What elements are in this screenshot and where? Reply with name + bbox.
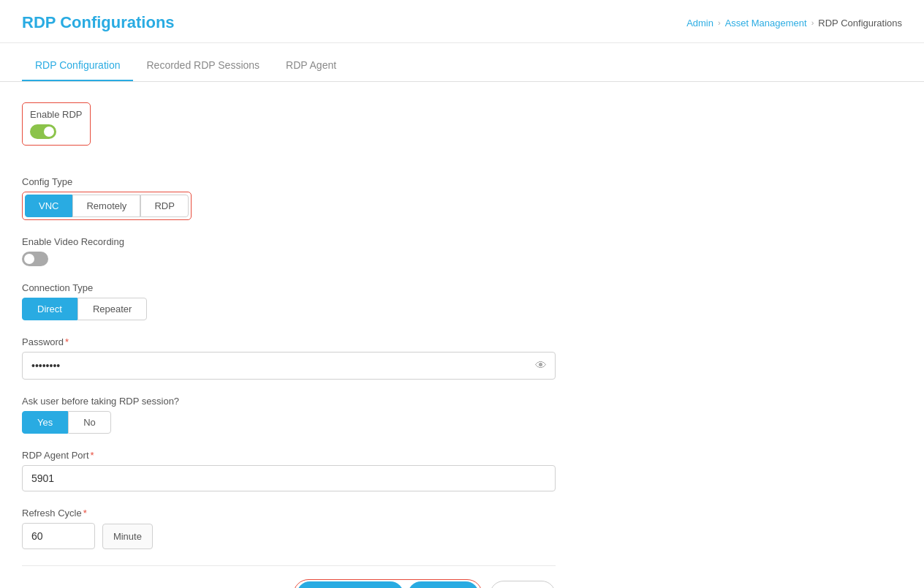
password-label: Password*: [22, 336, 902, 347]
password-required-star: *: [65, 336, 69, 347]
breadcrumb-sep-2: ›: [811, 18, 814, 27]
enable-video-recording-slider: [22, 252, 48, 266]
refresh-cycle-input[interactable]: [22, 523, 95, 549]
tab-recorded-rdp-sessions[interactable]: Recorded RDP Sessions: [133, 50, 273, 81]
ask-user-yes[interactable]: Yes: [22, 411, 68, 434]
refresh-cycle-unit: Minute: [102, 524, 153, 549]
rdp-agent-port-section: RDP Agent Port*: [22, 450, 902, 491]
connection-type-btn-group: Direct Repeater: [22, 298, 902, 320]
connection-type-label: Connection Type: [22, 282, 902, 293]
tabs-bar: RDP Configuration Recorded RDP Sessions …: [0, 50, 924, 82]
refresh-cycle-label: Refresh Cycle*: [22, 508, 902, 519]
page-title: RDP Configurations: [22, 13, 175, 32]
config-type-rdp[interactable]: RDP: [140, 195, 188, 217]
refresh-cycle-row: Minute: [22, 523, 902, 549]
config-type-section: Config Type VNC Remotely RDP: [22, 176, 902, 220]
eye-icon[interactable]: 👁: [535, 359, 547, 372]
password-section: Password* 👁: [22, 336, 902, 380]
enable-video-recording-toggle[interactable]: [22, 252, 48, 266]
ask-user-section: Ask user before taking RDP session? Yes …: [22, 396, 902, 434]
ask-user-no[interactable]: No: [68, 411, 111, 434]
password-field-wrap: 👁: [22, 352, 556, 380]
breadcrumb-asset-management[interactable]: Asset Management: [725, 18, 807, 29]
enable-rdp-toggle[interactable]: [30, 124, 56, 139]
configure-rdp-button[interactable]: Configure RDP: [297, 581, 404, 588]
actions-row: Configure RDP Update Cancel: [22, 579, 556, 588]
connection-type-repeater[interactable]: Repeater: [77, 298, 147, 320]
config-type-outlined: VNC Remotely RDP: [22, 192, 192, 220]
password-input[interactable]: [22, 352, 556, 380]
ask-user-label: Ask user before taking RDP session?: [22, 396, 902, 407]
breadcrumb-admin[interactable]: Admin: [686, 18, 713, 29]
config-type-label: Config Type: [22, 176, 902, 187]
enable-rdp-slider: [30, 124, 56, 139]
header: RDP Configurations Admin › Asset Managem…: [0, 0, 924, 43]
breadcrumb-sep-1: ›: [718, 18, 721, 27]
ask-user-btn-group: Yes No: [22, 411, 902, 434]
connection-type-section: Connection Type Direct Repeater: [22, 282, 902, 320]
enable-rdp-label: Enable RDP: [30, 109, 83, 120]
config-type-vnc[interactable]: VNC: [25, 195, 72, 217]
enable-video-recording-toggle-wrap: [22, 252, 902, 266]
tab-rdp-agent[interactable]: RDP Agent: [273, 50, 349, 81]
rdp-agent-port-input[interactable]: [22, 465, 556, 491]
enable-video-recording-label: Enable Video Recording: [22, 236, 902, 247]
actions-outlined-box: Configure RDP Update: [293, 579, 482, 588]
config-type-remotely[interactable]: Remotely: [72, 195, 140, 217]
connection-type-direct[interactable]: Direct: [22, 298, 77, 320]
enable-video-recording-section: Enable Video Recording: [22, 236, 902, 266]
refresh-cycle-required-star: *: [83, 508, 87, 519]
enable-rdp-toggle-wrap: [30, 124, 83, 139]
update-button[interactable]: Update: [408, 581, 479, 588]
rdp-agent-port-required-star: *: [91, 450, 94, 461]
rdp-agent-port-label: RDP Agent Port*: [22, 450, 902, 461]
breadcrumb-current: RDP Configurations: [818, 18, 902, 29]
divider: [22, 565, 556, 566]
breadcrumb: Admin › Asset Management › RDP Configura…: [686, 18, 902, 29]
tab-rdp-configuration[interactable]: RDP Configuration: [22, 50, 133, 81]
cancel-button[interactable]: Cancel: [490, 581, 556, 588]
config-type-btn-group: VNC Remotely RDP: [25, 195, 189, 217]
enable-rdp-section: Enable RDP: [22, 102, 91, 146]
content: Enable RDP Config Type VNC Remotely RDP …: [0, 82, 924, 588]
refresh-cycle-section: Refresh Cycle* Minute: [22, 508, 902, 549]
